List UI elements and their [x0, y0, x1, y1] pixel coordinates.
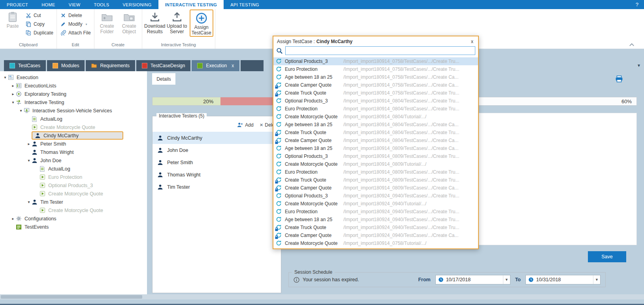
testcase-row-create-camper-quote[interactable]: Create Camper Quote/Import_import180924_… [273, 231, 478, 239]
collapse-arrow-icon[interactable]: ▾ [2, 75, 8, 80]
tree-item-interactive-session-vehicle-services[interactable]: ▾Interactive Session-Vehicle Services [0, 106, 147, 115]
tree-item-exploratory-testing[interactable]: ▸Exploratory Testing [0, 90, 147, 98]
tester-row-tim-tester[interactable]: Tim Tester [153, 181, 281, 193]
expand-arrow-icon[interactable]: ▸ [10, 83, 16, 88]
paste-button[interactable]: Paste [2, 9, 24, 29]
tab-hidden[interactable] [241, 60, 264, 71]
tree-item-configurations[interactable]: ▸Configurations [0, 214, 147, 223]
menu-item-tools[interactable]: TOOLS [87, 0, 116, 9]
download-results-button[interactable]: Download Results [144, 9, 166, 35]
expand-arrow-icon[interactable]: ▸ [26, 142, 32, 146]
testcase-row-euro-protection[interactable]: Euro Protection/Import_import180924_0940… [273, 208, 478, 216]
refresh-lock-icon [276, 177, 282, 183]
from-date-select[interactable]: 10/17/2018 ▼ [435, 275, 510, 284]
tree-item-testevents[interactable]: TestEvents [0, 223, 147, 231]
copy-button[interactable]: Copy [24, 21, 55, 27]
upload-to-server-button[interactable]: Upload to Server [166, 9, 188, 35]
search-input[interactable] [285, 46, 475, 55]
testcase-row-create-truck-quote[interactable]: Create Truck Quote/Import_import180914_0… [273, 176, 478, 184]
tab-testcasedesign[interactable]: TestCaseDesign [136, 60, 190, 71]
log-icon [32, 116, 38, 122]
testcase-row-create-truck-quote[interactable]: Create Truck Quote/Import_import180914_0… [273, 129, 478, 136]
collapse-arrow-icon[interactable]: ▾ [26, 158, 32, 163]
testcase-row-age-between-18-an-25[interactable]: Age between 18 an 25/Import_import180914… [273, 73, 478, 81]
testcase-row-create-motorcycle-quote[interactable]: Create Motorcycle Quote/Import_import180… [273, 239, 478, 247]
tree-item-thomas-wright[interactable]: Thomas Wright [0, 148, 147, 156]
attach-file-button[interactable]: Attach File [58, 30, 92, 36]
modify-button[interactable]: Modify ▾ [58, 21, 92, 27]
tree-item-create-motorcycle-quote[interactable]: Create Motorcycle Quote [0, 206, 147, 214]
collapse-arrow-icon[interactable]: ▾ [18, 108, 24, 113]
duplicate-button[interactable]: Duplicate [24, 30, 55, 36]
tab-testcases[interactable]: TestCases [4, 60, 46, 71]
testcase-row-age-between-18-an-25[interactable]: Age between 18 an 25/Import_import180914… [273, 121, 478, 129]
testcase-row-create-motorcycle-quote[interactable]: Create Motorcycle Quote/Import_import180… [273, 160, 478, 168]
delete-button[interactable]: Delete [58, 12, 92, 19]
close-icon[interactable]: x [470, 39, 475, 44]
dropdown-arrow-icon[interactable]: ▼ [593, 275, 600, 284]
tab-execution[interactable]: Executionx [192, 60, 239, 71]
testcase-row-optional-products-3[interactable]: Optional Products_3/Import_import180914_… [273, 57, 478, 65]
tree-item-tim-tester[interactable]: ▾Tim Tester [0, 198, 147, 206]
tree-item-actuallog[interactable]: ActualLog [0, 115, 147, 123]
to-date-select[interactable]: 10/31/2018 ▼ [525, 275, 601, 284]
menu-item-project[interactable]: PROJECT [0, 0, 35, 9]
testcase-path: /Import_import180914_0758/TestCases/.../… [343, 66, 478, 72]
print-icon[interactable] [615, 75, 623, 83]
testcase-row-euro-protection[interactable]: Euro Protection/Import_import180914_0758… [273, 65, 478, 73]
create-folder-button[interactable]: Create Folder [96, 9, 118, 35]
menu-item-interactive-testing[interactable]: INTERACTIVE TESTING [158, 0, 224, 9]
tester-row-thomas-wright[interactable]: Thomas Wright [153, 169, 281, 181]
testcase-row-optional-products-3[interactable]: Optional Products_3/Import_import180924_… [273, 192, 478, 200]
collapse-arrow-icon[interactable]: ▾ [26, 200, 32, 204]
assign-testcase-button[interactable]: Assign TestCase [190, 10, 213, 36]
testcase-row-age-between-18-an-25[interactable]: Age between 18 an 25/Import_import180914… [273, 144, 478, 152]
tester-row-peter-smith[interactable]: Peter Smith [153, 156, 281, 169]
tree-item-actuallog[interactable]: ActualLog [0, 165, 147, 173]
testcase-row-euro-protection[interactable]: Euro Protection/Import_import180914_0804… [273, 105, 478, 113]
tree-item-john-doe[interactable]: ▾John Doe [0, 156, 147, 165]
tree-item-euro-protection[interactable]: Euro Protection [0, 173, 147, 181]
testcase-row-create-truck-quote[interactable]: Create Truck Quote/Import_import180924_0… [273, 224, 478, 231]
expand-arrow-icon[interactable]: ▸ [10, 216, 16, 221]
tab-close-icon[interactable]: x [232, 63, 234, 68]
collapse-arrow-icon[interactable]: ▾ [10, 100, 16, 104]
menu-item-versioning[interactable]: VERSIONING [116, 0, 158, 9]
tree-item-create-motorcycle-quote[interactable]: Create Motorcycle Quote [0, 189, 147, 198]
save-button[interactable]: Save [588, 251, 626, 262]
menu-item-home[interactable]: HOME [35, 0, 62, 9]
tester-row-john-doe[interactable]: John Doe [153, 144, 281, 156]
tab-modules[interactable]: Modules [47, 60, 85, 71]
tree-item-executionlists[interactable]: ▸ExecutionLists [0, 81, 147, 90]
horizontal-scrollbar[interactable] [0, 294, 644, 299]
tree-item-create-motorcycle-quote[interactable]: Create Motorcycle Quote [0, 123, 147, 131]
testcase-row-create-camper-quote[interactable]: Create Camper Quote/Import_import180914_… [273, 184, 478, 192]
menu-item-api-testing[interactable]: API TESTING [224, 0, 266, 9]
tester-row-cindy-mccarthy[interactable]: Cindy McCarthy [153, 132, 281, 144]
tab-requirements[interactable]: Requirements [86, 60, 135, 71]
tree-item-peter-smith[interactable]: ▸Peter Smith [0, 140, 147, 148]
scrollbar-thumb[interactable] [1, 295, 142, 299]
tree-item-execution[interactable]: ▾Execution [0, 73, 147, 81]
testcase-row-create-motorcycle-quote[interactable]: Create Motorcycle Quote/Import_import180… [273, 200, 478, 208]
testcase-row-create-camper-quote[interactable]: Create Camper Quote/Import_import180914_… [273, 81, 478, 89]
testcase-row-create-camper-quote[interactable]: Create Camper Quote/Import_import180914_… [273, 136, 478, 144]
dropdown-arrow-icon[interactable]: ▼ [503, 275, 510, 284]
expand-arrow-icon[interactable]: ▸ [10, 92, 16, 96]
add-tester-button[interactable]: Add [237, 122, 253, 128]
tree-item-optional-products-3[interactable]: Optional Products_3 [0, 181, 147, 189]
testcase-row-optional-products-3[interactable]: Optional Products_3/Import_import180914_… [273, 97, 478, 105]
testcase-row-create-motorcycle-quote[interactable]: Create Motorcycle Quote/Import_import180… [273, 113, 478, 121]
tree-item-interactive-testing[interactable]: ▾Interactive Testing [0, 98, 147, 106]
testcase-row-optional-products-3[interactable]: Optional Products_3/Import_import180914_… [273, 152, 478, 160]
menu-item-view[interactable]: VIEW [62, 0, 87, 9]
testcase-row-age-between-18-an-25[interactable]: Age between 18 an 25/Import_import180924… [273, 216, 478, 224]
testcase-row-euro-protection[interactable]: Euro Protection/Import_import180914_0809… [273, 168, 478, 176]
testcase-row-create-truck-quote[interactable]: Create Truck Quote/Import_import180914_0… [273, 89, 478, 97]
tab-details[interactable]: Details [152, 73, 175, 85]
cut-button[interactable]: Cut [24, 12, 55, 19]
ribbon-collapse-button[interactable] [629, 42, 635, 46]
tree-item-cindy-mccarthy[interactable]: Cindy McCarthy [0, 131, 147, 140]
help-button[interactable]: ? [630, 0, 644, 9]
create-object-button[interactable]: Create Object [118, 9, 140, 35]
